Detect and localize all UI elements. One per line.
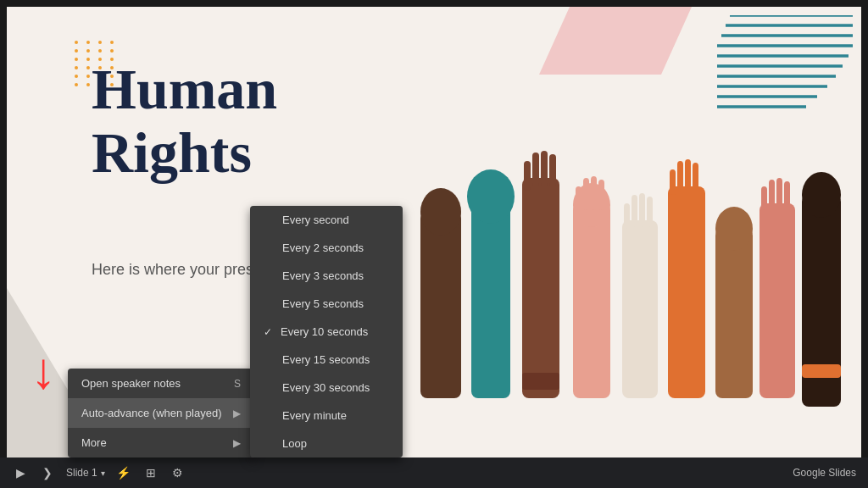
submenu-auto-advance: Every secondEvery 2 secondsEvery 3 secon… (250, 206, 403, 458)
slide-title: Human Rights (92, 58, 277, 185)
svg-rect-21 (576, 186, 581, 214)
svg-rect-38 (761, 186, 767, 210)
svg-point-36 (715, 207, 753, 251)
svg-rect-22 (583, 178, 589, 210)
svg-rect-40 (776, 178, 782, 208)
red-arrow-indicator: ↓ (31, 346, 56, 396)
svg-rect-39 (769, 180, 775, 208)
svg-rect-19 (573, 203, 610, 398)
expand-button[interactable]: ⊞ (139, 461, 163, 485)
svg-rect-27 (632, 195, 637, 227)
svg-rect-18 (549, 154, 556, 186)
svg-rect-12 (471, 195, 510, 398)
context-menu-item-auto-advance[interactable]: Auto-advance (when played) ▶ (68, 398, 254, 428)
submenu-item-0[interactable]: Every second (250, 206, 403, 234)
svg-rect-26 (624, 203, 630, 229)
svg-rect-35 (715, 229, 753, 398)
svg-rect-32 (677, 161, 683, 191)
context-menu: Open speaker notes S Auto-advance (when … (68, 369, 254, 458)
submenu-item-3[interactable]: Every 5 seconds (250, 290, 403, 318)
svg-rect-17 (541, 151, 548, 186)
svg-rect-31 (670, 169, 676, 195)
svg-rect-37 (760, 203, 795, 398)
svg-rect-16 (532, 152, 539, 186)
decorative-pink-shape (539, 7, 692, 75)
decorative-teal-lines (717, 15, 853, 108)
play-button[interactable]: ▶ (8, 461, 32, 485)
svg-rect-45 (522, 373, 559, 390)
submenu-item-8[interactable]: Loop (250, 430, 403, 458)
bottom-toolbar: ▶ ❯ Slide 1 ▾ ⚡ ⊞ ⚙ Google Slides (0, 458, 868, 488)
svg-rect-23 (591, 176, 597, 210)
svg-rect-28 (639, 193, 645, 227)
svg-rect-41 (784, 181, 790, 208)
svg-rect-10 (420, 212, 461, 398)
svg-rect-30 (668, 186, 705, 398)
svg-rect-15 (524, 161, 531, 191)
animation-button[interactable]: ⚡ (112, 461, 136, 485)
svg-point-11 (420, 188, 461, 236)
svg-rect-33 (685, 159, 691, 191)
context-menu-item-more[interactable]: More ▶ (68, 428, 254, 458)
svg-point-43 (802, 172, 841, 218)
settings-button[interactable]: ⚙ (166, 461, 190, 485)
google-slides-logo: Google Slides (793, 467, 856, 479)
svg-rect-44 (802, 364, 841, 378)
next-slide-button[interactable]: ❯ (36, 461, 59, 485)
submenu-item-4[interactable]: Every 10 seconds (250, 318, 403, 346)
submenu-item-2[interactable]: Every 3 seconds (250, 262, 403, 290)
slide-indicator: Slide 1 ▾ (66, 467, 105, 479)
svg-rect-14 (522, 178, 559, 398)
submenu-item-5[interactable]: Every 15 seconds (250, 346, 403, 374)
context-menu-item-speaker-notes[interactable]: Open speaker notes S (68, 369, 254, 398)
hands-illustration (403, 144, 861, 458)
svg-rect-24 (598, 180, 604, 210)
svg-rect-25 (622, 220, 658, 398)
submenu-item-6[interactable]: Every 30 seconds (250, 374, 403, 402)
submenu-item-7[interactable]: Every minute (250, 402, 403, 430)
svg-rect-29 (647, 197, 653, 227)
submenu-item-1[interactable]: Every 2 seconds (250, 234, 403, 262)
svg-rect-34 (693, 163, 698, 191)
svg-point-13 (467, 169, 515, 224)
